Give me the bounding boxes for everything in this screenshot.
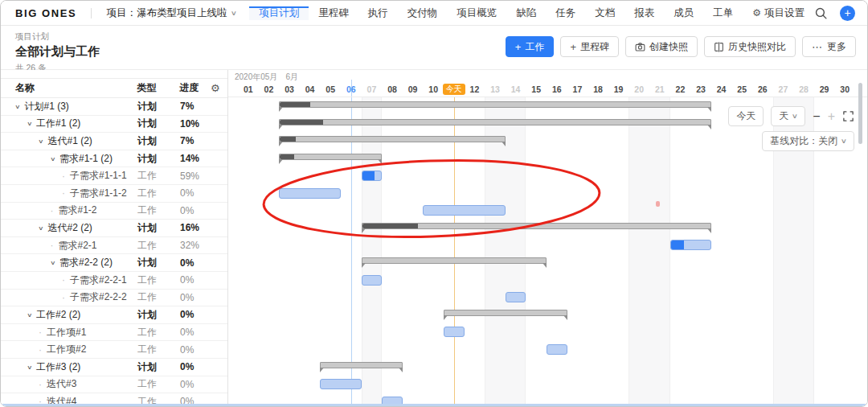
table-row-10[interactable]: ∨需求#2-2 (2)计划0%	[1, 254, 227, 272]
bar-progress-fill	[362, 171, 375, 180]
task-bar-row-6[interactable]	[279, 188, 341, 199]
table-row-13[interactable]: ∨工作#2 (2)计划0%	[1, 306, 227, 324]
day-header-6: 06	[341, 81, 362, 97]
table-row-17[interactable]: ·迭代#3工作0%	[1, 376, 227, 394]
task-bar-row-17[interactable]	[320, 379, 361, 389]
day-header-26: 26	[752, 81, 773, 97]
fullscreen-icon[interactable]	[842, 110, 854, 122]
scale-select[interactable]: 天 ∨	[771, 106, 805, 126]
action-button-plus-1[interactable]: +工作	[506, 36, 555, 57]
nav-tab-11[interactable]: 工单	[703, 6, 743, 20]
zoom-in-button[interactable]: +	[828, 109, 835, 124]
action-button-more-5[interactable]: ⋯更多	[802, 36, 856, 57]
nav-tab-5[interactable]: 项目概览	[447, 6, 506, 20]
header-actions: +工作+里程碑创建快照历史快照对比⋯更多	[506, 36, 856, 57]
project-selector[interactable]: 项目：瀑布类型项目上线啦 ∨	[106, 6, 236, 20]
nav-tab-1[interactable]: 项目计划	[249, 6, 309, 20]
row-progress: 0%	[180, 344, 211, 356]
table-row-1[interactable]: ∨计划#1 (3)计划7%	[1, 98, 227, 116]
gantt-chart: 2020年05月 6月 01020304050607080910今天121314…	[228, 70, 867, 406]
table-row-6[interactable]: ·子需求#1-1-2工作0%	[1, 185, 227, 203]
nav-tab-3[interactable]: 执行	[358, 6, 398, 20]
table-row-12[interactable]: ·子需求#2-2-2工作0%	[1, 290, 227, 307]
nav-tab-7[interactable]: 任务	[546, 6, 585, 20]
row-type: 工作	[137, 169, 180, 183]
nav-tab-4[interactable]: 交付物	[398, 6, 448, 20]
summary-bar-row-16[interactable]	[320, 362, 402, 368]
expand-caret-icon[interactable]: ∨	[27, 121, 32, 127]
row-name: 子需求#2-2-2	[70, 290, 127, 304]
row-name: 子需求#1-1-1	[70, 169, 127, 183]
nav-tab-6[interactable]: 缺陷	[506, 6, 546, 20]
row-type: 计划	[137, 256, 180, 269]
search-icon[interactable]	[814, 6, 828, 20]
table-row-11[interactable]: ·子需求#2-2-1工作0%	[1, 272, 227, 290]
row-progress: 0%	[180, 327, 211, 338]
summary-bar-row-3[interactable]	[279, 136, 506, 142]
table-row-2[interactable]: ∨工作#1 (2)计划10%	[1, 116, 227, 134]
row-name: 子需求#1-1-2	[70, 187, 127, 200]
nav-tab-8[interactable]: 文档	[585, 6, 624, 20]
tab-project-settings[interactable]: ⚙ 项目设置	[743, 6, 814, 20]
today-line	[454, 97, 455, 406]
day-header-23: 23	[690, 81, 711, 97]
table-row-16[interactable]: ∨工作#3 (2)计划0%	[1, 359, 227, 376]
day-header-21: 21	[649, 81, 670, 97]
nav-divider	[91, 8, 92, 18]
month-label-may: 2020年05月	[235, 72, 277, 83]
summary-bar-row-13[interactable]	[444, 310, 567, 316]
settings-gear-icon[interactable]: ⚙	[211, 82, 227, 94]
bar-progress-fill	[280, 137, 296, 142]
task-bar-row-9[interactable]	[670, 240, 711, 250]
expand-caret-icon[interactable]: ∨	[38, 224, 43, 231]
zoom-out-button[interactable]: −	[813, 109, 820, 124]
leaf-dot-icon: ·	[39, 327, 42, 338]
task-bar-row-5[interactable]	[362, 171, 383, 181]
leaf-dot-icon: ·	[51, 240, 54, 251]
summary-bar-row-2[interactable]	[279, 119, 711, 125]
create-plus-icon[interactable]: +	[840, 6, 855, 21]
expand-caret-icon[interactable]: ∨	[27, 364, 32, 370]
table-row-9[interactable]: ·需求#2-1工作32%	[1, 237, 227, 255]
table-row-3[interactable]: ∨迭代#1 (2)计划7%	[1, 133, 227, 150]
day-header-15: 15	[526, 81, 547, 97]
table-row-4[interactable]: ∨需求#1-1 (2)计划14%	[1, 150, 227, 168]
day-header-16: 16	[547, 81, 567, 97]
task-bar-row-14[interactable]	[444, 327, 465, 337]
task-bar-row-11[interactable]	[362, 275, 383, 286]
table-row-14[interactable]: ·工作项#1工作0%	[1, 324, 227, 342]
row-progress: 7%	[180, 101, 211, 112]
summary-bar-row-4[interactable]	[279, 154, 382, 160]
today-button[interactable]: 今天	[728, 106, 764, 126]
action-button-camera-3[interactable]: 创建快照	[625, 36, 698, 57]
marker-date-line	[351, 80, 352, 406]
expand-caret-icon[interactable]: ∨	[14, 103, 20, 109]
expand-caret-icon[interactable]: ∨	[50, 260, 55, 266]
expand-caret-icon[interactable]: ∨	[50, 155, 55, 162]
nav-tab-2[interactable]: 里程碑	[309, 6, 358, 20]
column-header-type: 类型	[137, 81, 179, 95]
table-row-7[interactable]: ·需求#1-2工作0%	[1, 203, 227, 220]
task-bar-row-7[interactable]	[423, 205, 505, 216]
action-button-plus-2[interactable]: +里程碑	[560, 36, 619, 57]
nav-tab-9[interactable]: 报表	[624, 6, 664, 20]
vertical-scrollbar[interactable]	[858, 83, 862, 144]
gear-icon: ⚙	[752, 7, 761, 18]
expand-caret-icon[interactable]: ∨	[27, 311, 32, 318]
summary-bar-row-8[interactable]	[362, 223, 711, 229]
table-row-15[interactable]: ·工作项#2工作0%	[1, 341, 227, 359]
action-button-compare-4[interactable]: 历史快照对比	[704, 36, 796, 57]
summary-bar-row-1[interactable]	[279, 101, 711, 108]
row-progress: 0%	[180, 187, 211, 199]
task-bar-row-12[interactable]	[506, 292, 526, 302]
row-progress: 59%	[180, 171, 211, 182]
month-labels: 2020年05月 6月	[235, 72, 298, 83]
task-bar-row-15[interactable]	[547, 344, 567, 355]
app-logo: BIG ONES	[15, 7, 76, 19]
summary-bar-row-10[interactable]	[362, 257, 547, 264]
expand-caret-icon[interactable]: ∨	[38, 138, 43, 144]
nav-tab-10[interactable]: 成员	[664, 6, 703, 20]
table-row-5[interactable]: ·子需求#1-1-1工作59%	[1, 167, 227, 185]
baseline-compare-select[interactable]: 基线对比：关闭 ∨	[762, 131, 854, 151]
table-row-8[interactable]: ∨迭代#2 (2)计划16%	[1, 220, 227, 237]
